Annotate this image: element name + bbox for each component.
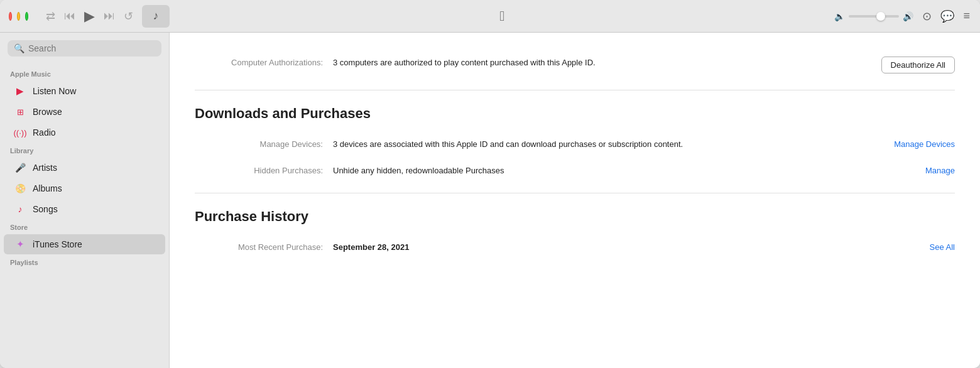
shuffle-button[interactable]: ⇄	[46, 9, 55, 23]
most-recent-label: Most Recent Purchase:	[195, 241, 333, 252]
see-all-link[interactable]: See All	[930, 242, 955, 252]
divider-2	[195, 193, 955, 193]
sidebar-item-listen-now[interactable]: ▶ Listen Now	[4, 81, 165, 101]
airplay-icon[interactable]: ⊙	[922, 9, 932, 23]
search-bar[interactable]: 🔍	[8, 40, 161, 57]
titlebar: ⇄ ⏮ ▶ ⏭ ↺ ♪  🔈 🔊 ⊙ 💬 ≡	[0, 0, 980, 33]
downloads-section-title: Downloads and Purchases	[195, 106, 955, 122]
sidebar-item-albums[interactable]: 📀 Albums	[4, 178, 165, 198]
sidebar: 🔍 Apple Music ▶ Listen Now ⊞ Browse ((·)…	[0, 33, 170, 368]
play-button[interactable]: ▶	[84, 8, 95, 24]
sidebar-item-songs[interactable]: ♪ Songs	[4, 199, 165, 219]
apple-logo-icon: 	[499, 8, 504, 24]
listen-now-icon: ▶	[14, 85, 26, 97]
now-playing-button[interactable]: ♪	[142, 5, 170, 28]
music-note-icon: ♪	[153, 9, 159, 23]
search-icon: 🔍	[14, 43, 24, 53]
itunes-store-icon: ✦	[14, 238, 26, 251]
menu-icon[interactable]: ≡	[963, 9, 970, 23]
sidebar-item-browse[interactable]: ⊞ Browse	[4, 102, 165, 122]
maximize-button[interactable]	[25, 12, 28, 21]
divider-1	[195, 90, 955, 90]
manage-devices-label: Manage Devices:	[195, 138, 333, 149]
manage-devices-value: 3 devices are associated with this Apple…	[333, 138, 869, 151]
albums-icon: 📀	[14, 182, 26, 195]
computer-authorizations-value: 3 computers are authorized to play conte…	[333, 57, 856, 69]
volume-high-icon: 🔊	[903, 11, 913, 21]
section-label-library: Library	[0, 143, 169, 157]
content-area: Computer Authorizations: 3 computers are…	[170, 33, 980, 368]
sidebar-item-artists[interactable]: 🎤 Artists	[4, 158, 165, 178]
volume-low-icon: 🔈	[834, 11, 845, 21]
computer-authorizations-row: Computer Authorizations: 3 computers are…	[195, 45, 955, 85]
content-inner: Computer Authorizations: 3 computers are…	[170, 33, 980, 278]
sidebar-item-artists-label: Artists	[33, 163, 57, 173]
rewind-button[interactable]: ⏮	[64, 9, 75, 23]
deauthorize-all-action: Deauthorize All	[856, 57, 955, 73]
sidebar-item-itunes-store[interactable]: ✦ iTunes Store	[4, 234, 165, 254]
main-layout: 🔍 Apple Music ▶ Listen Now ⊞ Browse ((·)…	[0, 33, 980, 368]
manage-devices-row: Manage Devices: 3 devices are associated…	[195, 127, 955, 162]
volume-slider[interactable]	[849, 15, 899, 18]
sidebar-item-radio[interactable]: ((·)) Radio	[4, 122, 165, 143]
hidden-purchases-row: Hidden Purchases: Unhide any hidden, red…	[195, 162, 955, 188]
section-label-store: Store	[0, 220, 169, 234]
volume-thumb[interactable]	[876, 12, 885, 21]
purchase-history-title: Purchase History	[195, 208, 955, 225]
search-input[interactable]	[28, 43, 155, 53]
fast-forward-button[interactable]: ⏭	[104, 9, 115, 23]
minimize-button[interactable]	[17, 12, 20, 21]
close-button[interactable]	[9, 12, 12, 21]
sidebar-item-songs-label: Songs	[33, 204, 58, 214]
sidebar-item-itunes-store-label: iTunes Store	[33, 239, 82, 249]
most-recent-value: September 28, 2021	[333, 241, 905, 254]
section-label-apple-music: Apple Music	[0, 67, 169, 80]
computer-authorizations-label: Computer Authorizations:	[195, 57, 333, 67]
see-all-action: See All	[905, 241, 955, 252]
hidden-purchases-label: Hidden Purchases:	[195, 165, 333, 175]
manage-devices-action: Manage Devices	[869, 138, 955, 149]
radio-icon: ((·))	[14, 126, 26, 139]
browse-icon: ⊞	[14, 106, 26, 118]
lyrics-icon[interactable]: 💬	[940, 9, 954, 23]
hidden-purchases-action: Manage	[900, 165, 955, 176]
repeat-button[interactable]: ↺	[124, 9, 133, 23]
app-window: ⇄ ⏮ ▶ ⏭ ↺ ♪  🔈 🔊 ⊙ 💬 ≡	[0, 0, 980, 368]
artists-icon: 🎤	[14, 161, 26, 174]
deauthorize-all-button[interactable]: Deauthorize All	[881, 57, 955, 73]
most-recent-purchase-row: Most Recent Purchase: September 28, 2021…	[195, 230, 955, 265]
sidebar-item-browse-label: Browse	[33, 107, 62, 117]
titlebar-center: 	[170, 8, 834, 24]
sidebar-item-albums-label: Albums	[33, 183, 62, 193]
section-label-playlists: Playlists	[0, 255, 169, 269]
sidebar-item-radio-label: Radio	[33, 127, 56, 138]
manage-devices-link[interactable]: Manage Devices	[894, 139, 955, 149]
sidebar-item-listen-now-label: Listen Now	[33, 86, 76, 96]
titlebar-right: 🔈 🔊 ⊙ 💬 ≡	[834, 9, 980, 23]
hidden-purchases-link[interactable]: Manage	[925, 166, 955, 175]
traffic-lights: ⇄ ⏮ ▶ ⏭ ↺ ♪	[0, 5, 170, 28]
songs-icon: ♪	[14, 203, 26, 215]
hidden-purchases-value: Unhide any hidden, redownloadable Purcha…	[333, 165, 900, 177]
volume-control: 🔈 🔊	[834, 11, 913, 21]
